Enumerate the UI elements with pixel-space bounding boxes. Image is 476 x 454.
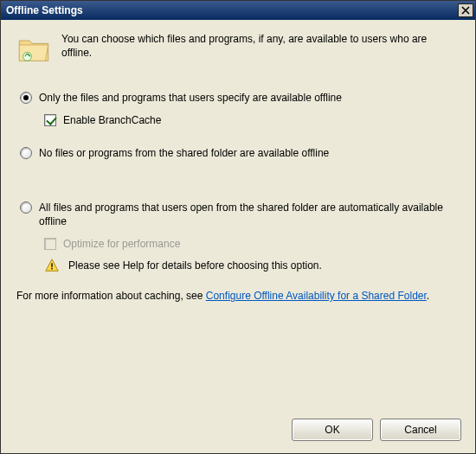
radio-no-files[interactable] <box>20 147 32 159</box>
help-prefix: For more information about caching, see <box>16 290 206 302</box>
close-icon <box>461 6 470 15</box>
help-text: For more information about caching, see … <box>16 289 460 303</box>
checkbox-optimize-performance <box>44 238 56 250</box>
ok-button[interactable]: OK <box>292 419 373 441</box>
warning-icon <box>44 258 60 273</box>
window-title: Offline Settings <box>6 4 83 16</box>
offline-settings-dialog: Offline Settings You can choose which fi… <box>0 0 476 454</box>
intro-text: You can choose which files and programs,… <box>61 32 460 60</box>
titlebar: Offline Settings <box>1 1 475 20</box>
radio-all-files-label: All files and programs that users open f… <box>39 201 446 228</box>
help-link[interactable]: Configure Offline Availability for a Sha… <box>206 290 427 302</box>
radio-no-files-label: No files or programs from the shared fol… <box>39 146 329 160</box>
checkbox-branchcache[interactable] <box>44 114 56 126</box>
svg-rect-2 <box>51 268 53 270</box>
checkbox-optimize-performance-label: Optimize for performance <box>63 237 180 251</box>
dialog-content: You can choose which files and programs,… <box>1 20 475 313</box>
help-suffix: . <box>427 290 429 302</box>
folder-icon <box>16 32 51 67</box>
radio-all-files[interactable] <box>20 201 32 214</box>
dialog-buttons: OK Cancel <box>292 419 461 441</box>
warning-text: Please see Help for details before choos… <box>68 259 322 272</box>
radio-only-specified-label: Only the files and programs that users s… <box>39 91 342 105</box>
radio-only-specified[interactable] <box>20 92 32 104</box>
checkbox-branchcache-label: Enable BranchCache <box>63 113 161 127</box>
close-button[interactable] <box>458 3 473 17</box>
cancel-button[interactable]: Cancel <box>380 419 461 441</box>
svg-rect-1 <box>51 263 53 267</box>
